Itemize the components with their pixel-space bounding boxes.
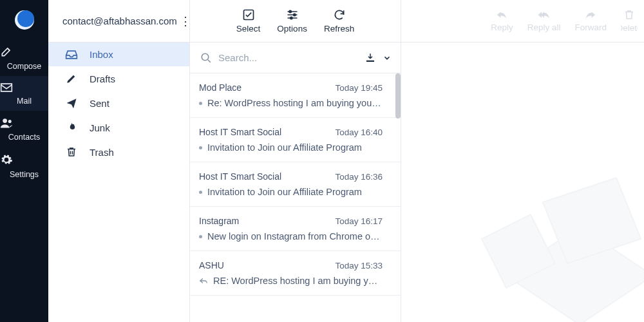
folder-junk[interactable]: Junk	[48, 115, 189, 140]
select-label: Select	[236, 24, 261, 33]
reply-all-button: Reply all	[527, 10, 561, 32]
preview-toolbar: Reply Reply all Forward Delete	[401, 0, 644, 43]
trash-icon	[623, 9, 635, 21]
trash-icon	[65, 146, 78, 158]
gear-icon	[0, 153, 48, 166]
sliders-icon	[286, 8, 299, 21]
select-icon	[242, 8, 255, 21]
fire-icon	[65, 122, 78, 133]
message-item[interactable]: Host IT Smart Social Today 16:36 Invitat…	[190, 162, 401, 207]
folder-label: Junk	[90, 122, 110, 133]
message-item[interactable]: Host IT Smart Social Today 16:40 Invitat…	[190, 118, 401, 162]
message-item[interactable]: Instagram Today 16:17 New login on Insta…	[190, 207, 401, 251]
unread-dot-icon	[199, 146, 202, 149]
mail-icon	[0, 82, 48, 93]
folder-label: Inbox	[90, 49, 113, 60]
svg-point-1	[3, 118, 7, 123]
reply-label: Reply	[491, 23, 513, 32]
refresh-icon	[333, 8, 346, 21]
message-subject: Re: WordPress hosting I am buying your…	[207, 98, 383, 108]
search-icon	[200, 52, 212, 64]
unread-dot-icon	[199, 102, 202, 105]
download-icon[interactable]	[365, 52, 376, 64]
message-item[interactable]: Mod Place Today 19:45 Re: WordPress host…	[190, 73, 401, 118]
reply-button: Reply	[491, 10, 513, 32]
delete-button: Delete	[621, 9, 638, 33]
options-label: Options	[277, 24, 307, 33]
nav-settings-label: Settings	[10, 170, 39, 179]
folder-inbox[interactable]: Inbox	[48, 43, 189, 66]
message-from: Host IT Smart Social	[199, 171, 281, 182]
nav-mail-label: Mail	[17, 97, 32, 106]
refresh-label: Refresh	[324, 24, 354, 33]
forward-label: Forward	[574, 23, 607, 32]
message-subject: Invitation to Join our Affiliate Program	[207, 142, 362, 153]
message-date: Today 19:45	[335, 83, 383, 93]
send-icon	[65, 97, 78, 109]
message-date: Today 16:40	[335, 128, 383, 137]
nav-settings[interactable]: Settings	[0, 147, 48, 184]
message-list[interactable]: Mod Place Today 19:45 Re: WordPress host…	[190, 73, 401, 322]
nav-rail: Compose Mail Contacts Settings	[0, 0, 48, 322]
message-from: ASHU	[199, 260, 224, 270]
inbox-icon	[65, 50, 78, 60]
refresh-button[interactable]: Refresh	[324, 8, 354, 33]
svg-point-4	[289, 10, 291, 12]
message-subject: RE: WordPress hosting I am buying your…	[213, 276, 383, 286]
message-subject: Invitation to Join our Affiliate Program	[207, 187, 362, 197]
list-toolbar: Select Options Refresh	[190, 0, 401, 43]
message-from: Instagram	[199, 216, 239, 226]
message-date: Today 16:17	[335, 216, 383, 226]
replied-icon	[199, 277, 208, 285]
reply-all-label: Reply all	[527, 23, 561, 32]
folder-label: Trash	[90, 147, 114, 158]
reply-all-icon	[537, 10, 551, 20]
account-header: contact@aftabhassan.com ⋮	[48, 0, 189, 43]
search-bar	[190, 43, 401, 73]
scrollbar-thumb[interactable]	[395, 73, 401, 118]
preview-pane: Reply Reply all Forward Delete	[401, 0, 644, 322]
compose-icon	[0, 45, 48, 58]
unread-dot-icon	[199, 235, 202, 238]
message-item[interactable]: ASHU Today 15:33 RE: WordPress hosting I…	[190, 251, 401, 296]
message-from: Host IT Smart Social	[199, 127, 281, 137]
app-logo	[15, 10, 34, 30]
folder-label: Sent	[90, 98, 109, 109]
empty-state-illustration	[457, 129, 644, 322]
nav-mail[interactable]: Mail	[0, 76, 48, 111]
message-list-pane: Select Options Refresh	[190, 0, 401, 322]
pencil-icon	[65, 73, 78, 84]
folder-trash[interactable]: Trash	[48, 140, 189, 164]
message-subject: New login on Instagram from Chrome o…	[207, 231, 380, 242]
options-button[interactable]: Options	[277, 8, 307, 33]
nav-contacts[interactable]: Contacts	[0, 111, 48, 147]
folder-drafts[interactable]: Drafts	[48, 66, 189, 91]
svg-point-2	[8, 120, 12, 123]
svg-point-5	[293, 14, 295, 15]
reply-icon	[495, 10, 508, 20]
search-input[interactable]	[218, 52, 358, 63]
nav-compose-label: Compose	[7, 62, 42, 71]
message-date: Today 16:36	[335, 172, 383, 182]
message-date: Today 15:33	[335, 261, 383, 270]
select-button[interactable]: Select	[236, 8, 261, 33]
svg-point-6	[290, 17, 292, 19]
folder-sent[interactable]: Sent	[48, 91, 189, 115]
account-email[interactable]: contact@aftabhassan.com	[62, 15, 177, 26]
forward-button: Forward	[574, 10, 607, 32]
forward-icon	[584, 10, 597, 20]
unread-dot-icon	[199, 191, 202, 194]
nav-compose[interactable]: Compose	[0, 39, 48, 76]
message-from: Mod Place	[199, 82, 242, 93]
message-item-partial[interactable]	[190, 296, 401, 314]
folder-label: Drafts	[90, 73, 115, 84]
contacts-icon	[0, 117, 48, 129]
chevron-down-icon[interactable]	[383, 53, 392, 62]
svg-point-7	[202, 53, 209, 61]
folder-pane: contact@aftabhassan.com ⋮ Inbox Drafts S…	[48, 0, 190, 322]
nav-contacts-label: Contacts	[8, 133, 40, 142]
delete-label: Delete	[621, 23, 638, 33]
